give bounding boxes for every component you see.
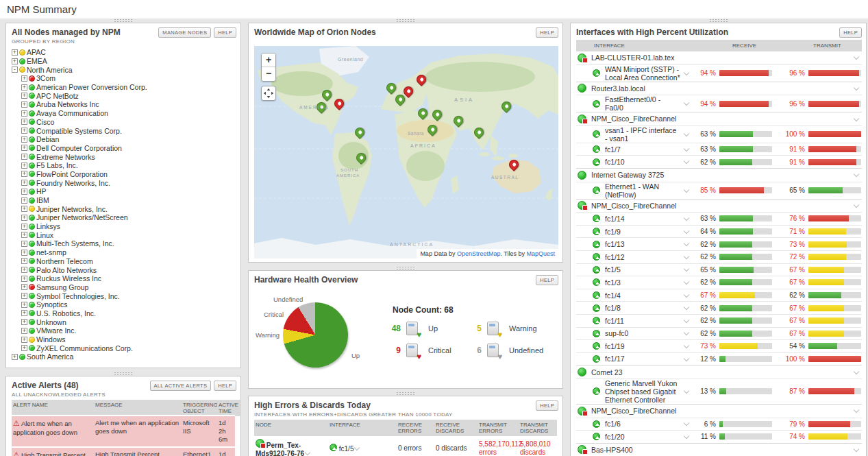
help-button[interactable]: HELP bbox=[839, 27, 862, 38]
chevron-down-icon[interactable] bbox=[684, 187, 689, 192]
utilization-node-row[interactable]: Comet 23 bbox=[576, 365, 862, 379]
tree-item[interactable]: +3Com bbox=[12, 74, 238, 83]
utilization-node-row[interactable]: NPM_Cisco_FibreChannel bbox=[576, 112, 862, 125]
chevron-down-icon[interactable] bbox=[684, 279, 689, 285]
utilization-interface-row[interactable]: Generic Marvell Yukon Chipset based Giga… bbox=[576, 379, 862, 404]
utilization-interface-row[interactable]: fc1/362 %67 % bbox=[576, 276, 862, 289]
map-pin-green[interactable] bbox=[427, 124, 438, 139]
chevron-down-icon[interactable] bbox=[854, 54, 859, 60]
expand-toggle-icon[interactable]: + bbox=[21, 293, 27, 299]
utilization-interface-row[interactable]: fc1/1712 %100 % bbox=[576, 352, 862, 365]
utilization-interface-row[interactable]: vsan1 - IPFC interface - vsan163 %100 % bbox=[576, 125, 862, 143]
expand-toggle-icon[interactable]: + bbox=[21, 84, 27, 91]
expand-toggle-icon[interactable]: + bbox=[12, 354, 18, 360]
map-pin-green[interactable] bbox=[354, 127, 365, 142]
tree-item[interactable]: +South America bbox=[12, 352, 238, 361]
chevron-down-icon[interactable] bbox=[684, 388, 689, 394]
expand-toggle-icon[interactable]: + bbox=[21, 284, 27, 290]
tree-item[interactable]: +Windows bbox=[12, 335, 238, 344]
utilization-interface-row[interactable]: Ethernet1 - WAN (NetFlow)85 %65 % bbox=[576, 182, 862, 199]
expand-toggle-icon[interactable]: + bbox=[21, 145, 27, 151]
expand-toggle-icon[interactable]: + bbox=[12, 49, 18, 56]
utilization-interface-row[interactable]: fc1/2011 %74 % bbox=[576, 430, 862, 443]
expand-toggle-icon[interactable]: + bbox=[21, 206, 27, 212]
chevron-down-icon[interactable] bbox=[684, 343, 689, 348]
expand-toggle-icon[interactable]: + bbox=[21, 250, 27, 256]
tree-item[interactable]: +FlowPoint Corporation bbox=[12, 170, 238, 179]
utilization-interface-row[interactable]: fc1/1262 %72 % bbox=[576, 250, 862, 263]
chevron-down-icon[interactable] bbox=[684, 241, 689, 246]
chevron-down-icon[interactable] bbox=[354, 445, 360, 451]
utilization-interface-row[interactable]: fc1/1362 %73 % bbox=[576, 237, 862, 250]
utilization-interface-row[interactable]: fc1/964 %71 % bbox=[576, 225, 862, 238]
utilization-interface-row[interactable]: fc1/66 %79 % bbox=[576, 418, 862, 431]
expand-toggle-icon[interactable]: + bbox=[21, 224, 27, 230]
expand-toggle-icon[interactable]: + bbox=[21, 75, 27, 82]
expand-toggle-icon[interactable]: - bbox=[12, 67, 18, 73]
expand-toggle-icon[interactable]: + bbox=[21, 128, 27, 134]
mapquest-link[interactable]: MapQuest bbox=[526, 250, 555, 257]
chevron-down-icon[interactable] bbox=[854, 115, 859, 121]
chevron-down-icon[interactable] bbox=[854, 407, 859, 413]
expand-toggle-icon[interactable]: + bbox=[21, 276, 27, 282]
tree-item[interactable]: +U.S. Robotics, Inc. bbox=[12, 309, 238, 318]
drag-handle-icon[interactable] bbox=[396, 266, 415, 270]
tree-item[interactable]: +Foundry Networks, Inc. bbox=[12, 178, 238, 187]
utilization-node-row[interactable]: Internet Gateway 3725 bbox=[576, 168, 862, 182]
expand-toggle-icon[interactable]: + bbox=[21, 136, 27, 143]
tree-item[interactable]: +Ruckus Wireless Inc bbox=[12, 274, 238, 283]
expand-toggle-icon[interactable]: + bbox=[21, 93, 27, 99]
utilization-interface-row[interactable]: fc1/862 %67 % bbox=[576, 301, 862, 314]
tree-item[interactable]: +IBM bbox=[12, 196, 238, 205]
chevron-down-icon[interactable] bbox=[684, 228, 689, 233]
utilization-interface-row[interactable]: fc1/763 %91 % bbox=[576, 143, 862, 156]
tree-item[interactable]: +EMEA bbox=[12, 57, 238, 66]
map-pin-red[interactable] bbox=[508, 159, 519, 174]
map-pin-green[interactable] bbox=[473, 127, 484, 142]
tree-item[interactable]: +APAC bbox=[12, 48, 238, 57]
utilization-node-row[interactable]: NPM_Cisco_FibreChannel bbox=[576, 199, 862, 213]
map-pin-green[interactable] bbox=[453, 115, 464, 130]
tree-item[interactable]: +Northern Telecom bbox=[12, 257, 238, 266]
chevron-down-icon[interactable] bbox=[684, 254, 689, 259]
tree-item[interactable]: +Debian bbox=[12, 135, 238, 144]
drag-handle-icon[interactable] bbox=[396, 392, 415, 396]
utilization-interface-row[interactable]: WAN Miniport (SSTP) - Local Area Connect… bbox=[576, 64, 862, 82]
tree-item[interactable]: +Extreme Networks bbox=[12, 152, 238, 161]
utilization-node-row[interactable]: Bas-HPS400 bbox=[576, 443, 862, 456]
tree-item[interactable]: +Multi-Tech Systems, Inc. bbox=[12, 239, 238, 248]
chevron-down-icon[interactable] bbox=[854, 368, 859, 374]
tree-item[interactable]: +Dell Computer Corporation bbox=[12, 144, 238, 153]
chevron-down-icon[interactable] bbox=[684, 420, 689, 426]
map-pin-green[interactable] bbox=[501, 101, 512, 116]
expand-toggle-icon[interactable]: + bbox=[21, 345, 27, 351]
chevron-down-icon[interactable] bbox=[684, 131, 689, 136]
expand-toggle-icon[interactable]: + bbox=[12, 58, 18, 64]
map-pan-button[interactable] bbox=[261, 86, 276, 101]
chevron-down-icon[interactable] bbox=[684, 304, 689, 310]
alert-row[interactable]: ⚠Alert me when an application goes downA… bbox=[12, 415, 235, 446]
utilization-node-row[interactable]: Router3.lab.local bbox=[576, 82, 862, 95]
utilization-node-row[interactable]: LAB-CLUSTER-01.lab.tex bbox=[576, 51, 862, 64]
help-button[interactable]: HELP bbox=[536, 400, 558, 411]
expand-toggle-icon[interactable]: + bbox=[21, 302, 27, 308]
chevron-down-icon[interactable] bbox=[684, 100, 689, 106]
expand-toggle-icon[interactable]: + bbox=[21, 232, 27, 238]
utilization-interface-row[interactable]: sup-fc062 %67 % bbox=[576, 327, 862, 340]
tree-item[interactable]: -North America bbox=[12, 65, 238, 74]
help-button[interactable]: HELP bbox=[214, 381, 236, 391]
expand-toggle-icon[interactable]: + bbox=[21, 101, 27, 108]
utilization-interface-row[interactable]: fc1/1973 %54 % bbox=[576, 339, 862, 352]
tree-item[interactable]: +Synoptics bbox=[12, 300, 238, 309]
tree-item[interactable]: +HP bbox=[12, 187, 238, 196]
map-pin-red[interactable] bbox=[416, 74, 427, 89]
tree-item[interactable]: +Juniper Networks/NetScreen bbox=[12, 213, 238, 222]
utilization-interface-row[interactable]: fc1/1463 %76 % bbox=[576, 212, 862, 225]
expand-toggle-icon[interactable]: + bbox=[21, 197, 27, 204]
chevron-down-icon[interactable] bbox=[684, 69, 689, 75]
tree-item[interactable]: +Symbol Technologies, Inc. bbox=[12, 291, 238, 300]
expand-toggle-icon[interactable]: + bbox=[21, 163, 27, 169]
tree-item[interactable]: +F5 Labs, Inc. bbox=[12, 161, 238, 170]
all-active-alerts-button[interactable]: ALL ACTIVE ALERTS bbox=[150, 381, 212, 391]
expand-toggle-icon[interactable]: + bbox=[21, 258, 27, 264]
